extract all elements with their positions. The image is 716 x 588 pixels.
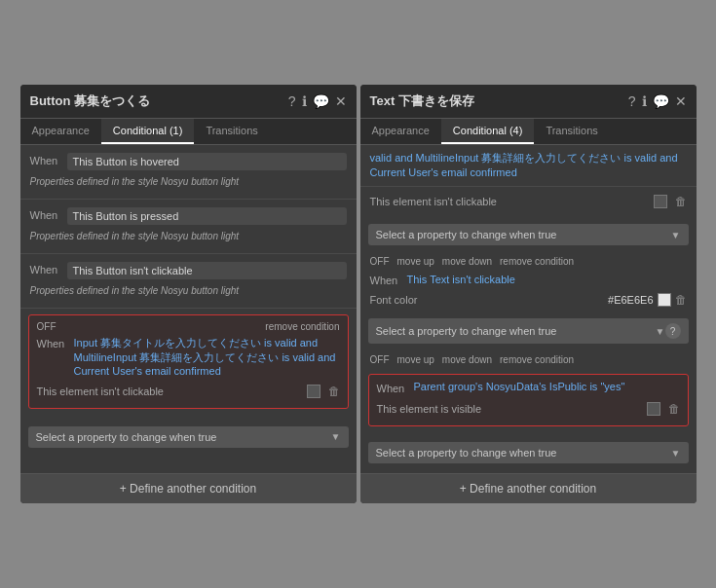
highlighted-condition-right: When Parent group's NosyuData's IsPublic… [368, 374, 689, 426]
close-icon-right[interactable]: ✕ [675, 93, 687, 109]
trash-left[interactable]: 🗑 [328, 385, 340, 398]
help-icon[interactable]: ? [288, 93, 296, 109]
when-label-3: When [30, 262, 61, 276]
help-icon-right[interactable]: ? [628, 93, 636, 109]
when-label-highlighted: When [37, 336, 68, 349]
when-row-right-1: When This Text isn't clickable [360, 270, 697, 289]
color-swatch[interactable] [658, 293, 671, 307]
when-row-2: When This Button is pressed [30, 207, 347, 225]
condition-block-3: When This Button isn't clickable Propert… [20, 254, 357, 309]
select-placeholder-right-1: Select a property to change when true [376, 229, 557, 240]
define-button-right[interactable]: + Define another condition [360, 473, 697, 503]
tab-appearance-left[interactable]: Appearance [20, 119, 101, 144]
select-placeholder-left: Select a property to change when true [36, 431, 217, 443]
condition-block-1: When This Button is hovered Properties d… [20, 145, 357, 200]
right-header-icons: ? ℹ 💬 ✕ [628, 93, 687, 109]
move-up-right-2[interactable]: move up [397, 354, 434, 365]
select-wrap-right-1: Select a property to change when true ▼ [360, 216, 697, 253]
color-hex: #E6E6E6 [608, 294, 653, 306]
condition-block-2: When This Button is pressed Properties d… [20, 200, 357, 254]
properties-text-3: Properties defined in the style Nosyu bu… [30, 283, 347, 300]
remove-condition-right-1[interactable]: remove condition [500, 256, 574, 267]
left-panel-title: Button 募集をつくる [30, 92, 150, 110]
chat-icon-right[interactable]: 💬 [653, 93, 669, 109]
when-label-1: When [30, 153, 61, 166]
font-color-row: Font color #E6E6E6 🗑 [360, 289, 697, 311]
properties-text-1: Properties defined in the style Nosyu bu… [30, 174, 347, 191]
select-wrap-left: Select a property to change when true ▼ [20, 415, 357, 459]
dropdown-arrow-right-1: ▼ [671, 230, 681, 240]
left-panel: Button 募集をつくる ? ℹ 💬 ✕ Appearance Conditi… [20, 85, 357, 504]
info-icon-right[interactable]: ℹ [642, 93, 647, 109]
chat-icon[interactable]: 💬 [313, 93, 329, 109]
trash-color[interactable]: 🗑 [675, 293, 687, 307]
remove-condition-left[interactable]: remove condition [265, 321, 339, 332]
question-badge: ? [665, 323, 681, 339]
clickable-text-left: This element isn't clickable [37, 386, 165, 397]
properties-text-2: Properties defined in the style Nosyu bu… [30, 229, 347, 245]
right-panel-header: Text 下書きを保存 ? ℹ 💬 ✕ [360, 85, 697, 119]
clickable-text-highlighted-right: This element is visible [377, 403, 482, 415]
off-label-left: OFF [37, 321, 57, 332]
when-value-2: This Button is pressed [67, 207, 347, 225]
right-panel: Text 下書きを保存 ? ℹ 💬 ✕ Appearance Condition… [360, 85, 697, 504]
left-header-icons: ? ℹ 💬 ✕ [288, 93, 347, 109]
checkbox-left[interactable] [307, 385, 320, 398]
left-panel-header: Button 募集をつくる ? ℹ 💬 ✕ [20, 85, 357, 119]
tab-conditional-left[interactable]: Conditional (1) [101, 119, 195, 144]
when-row-3: When This Button isn't clickable [30, 262, 347, 279]
move-down-right-1[interactable]: move down [442, 256, 492, 267]
define-button-left[interactable]: + Define another condition [20, 473, 357, 503]
left-tabs: Appearance Conditional (1) Transitions [20, 119, 357, 145]
clickable-controls-right-1: 🗑 [654, 195, 687, 208]
select-dropdown-left[interactable]: Select a property to change when true ▼ [28, 426, 349, 448]
left-panel-body: When This Button is hovered Properties d… [20, 145, 357, 474]
right-panel-title: Text 下書きを保存 [370, 92, 474, 110]
when-value-blue-left: Input 募集タイトルを入力してください is valid and Multi… [74, 336, 340, 377]
trash-highlighted-right[interactable]: 🗑 [668, 402, 680, 416]
off-move-row-right-1: OFF move up move down remove condition [360, 253, 697, 270]
when-label-2: When [30, 207, 61, 221]
tab-conditional-right[interactable]: Conditional (4) [441, 119, 535, 144]
off-move-row-right-2: OFF move up move down remove condition [360, 351, 697, 368]
trash-right-1[interactable]: 🗑 [675, 195, 687, 208]
clickable-controls-highlighted-right: 🗑 [647, 402, 680, 416]
select-dropdown-right-2[interactable]: Select a property to change when true ▼ … [368, 318, 689, 344]
tab-transitions-left[interactable]: Transitions [194, 119, 269, 144]
font-color-label: Font color [370, 294, 418, 306]
clickable-controls: 🗑 [307, 385, 340, 398]
clickable-row-left: This element isn't clickable 🗑 [37, 381, 340, 402]
move-up-right-1[interactable]: move up [397, 256, 434, 267]
when-label-highlighted-right: When [377, 381, 408, 394]
remove-condition-right-2[interactable]: remove condition [500, 354, 574, 365]
select-dropdown-right-1[interactable]: Select a property to change when true ▼ [368, 224, 689, 245]
clickable-text-right-1: This element isn't clickable [370, 196, 498, 207]
when-value-blue-right: Parent group's NosyuData's IsPublic is "… [414, 381, 680, 392]
right-panel-body: valid and MultilineInput 募集詳細を入力してください i… [360, 145, 697, 474]
move-down-right-2[interactable]: move down [442, 354, 492, 365]
dropdown-arrow-right-3: ▼ [671, 448, 681, 459]
when-row-1: When This Button is hovered [30, 153, 347, 170]
checkbox-highlighted-right[interactable] [647, 402, 660, 416]
dropdown-arrow-right-2: ▼ [656, 326, 665, 337]
off-label-right-1: OFF [370, 256, 390, 267]
color-value: #E6E6E6 🗑 [608, 293, 686, 307]
when-value-1: This Button is hovered [67, 153, 347, 170]
close-icon[interactable]: ✕ [335, 93, 347, 109]
when-row-highlighted-right: When Parent group's NosyuData's IsPublic… [377, 381, 680, 394]
highlighted-condition-left: OFF remove condition When Input 募集タイトルを入… [28, 314, 349, 409]
off-row-left: OFF remove condition [37, 321, 340, 332]
off-label-right-2: OFF [370, 354, 390, 365]
select-wrap-right-2: Select a property to change when true ▼ … [360, 311, 697, 351]
when-value-blue-right-1: This Text isn't clickable [407, 274, 687, 285]
when-label-right-1: When [370, 273, 401, 286]
tab-transitions-right[interactable]: Transitions [534, 119, 609, 144]
select-dropdown-right-3[interactable]: Select a property to change when true ▼ [368, 442, 689, 463]
select-placeholder-right-3: Select a property to change when true [376, 447, 557, 459]
when-row-highlighted-left: When Input 募集タイトルを入力してください is valid and … [37, 336, 340, 377]
checkbox-right-1[interactable] [654, 195, 667, 208]
info-icon[interactable]: ℹ [302, 93, 307, 109]
info-text-right: valid and MultilineInput 募集詳細を入力してください i… [360, 145, 697, 188]
dropdown-arrow-left: ▼ [331, 431, 341, 442]
tab-appearance-right[interactable]: Appearance [360, 119, 441, 144]
